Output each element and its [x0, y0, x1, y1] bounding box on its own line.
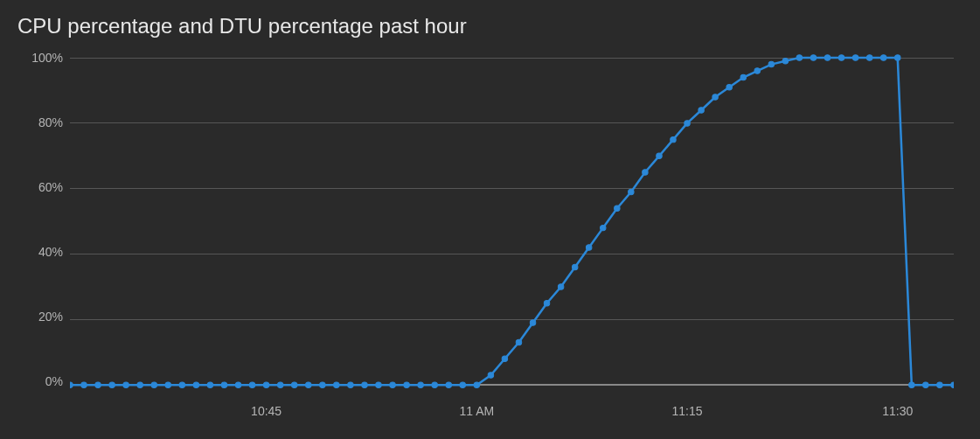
svg-point-24 [320, 382, 325, 387]
svg-point-46 [629, 189, 634, 194]
svg-point-21 [277, 382, 282, 387]
svg-point-25 [334, 382, 339, 387]
x-tick-label: 11:15 [672, 404, 703, 418]
svg-point-48 [657, 153, 662, 158]
y-tick-label: 40% [38, 245, 63, 259]
svg-point-49 [671, 136, 676, 142]
svg-point-58 [796, 55, 802, 60]
x-tick-label: 11:30 [882, 404, 913, 418]
y-tick-label: 100% [31, 51, 63, 65]
grid-lines [70, 58, 954, 319]
chart-title: CPU percentage and DTU percentage past h… [17, 14, 963, 38]
chart-svg [70, 49, 954, 402]
y-tick-label: 0% [45, 374, 63, 388]
svg-point-61 [838, 55, 844, 60]
x-axis: 10:4511 AM11:1511:30 [70, 399, 954, 422]
svg-point-62 [852, 55, 858, 60]
y-tick-label: 60% [38, 180, 63, 194]
chart-plot-area: 0%20%40%60%80%100% [70, 49, 954, 399]
svg-point-17 [221, 382, 226, 387]
svg-point-26 [348, 382, 353, 387]
svg-point-41 [558, 284, 563, 289]
svg-point-35 [474, 382, 479, 387]
svg-point-66 [909, 382, 914, 387]
svg-point-40 [544, 300, 549, 305]
svg-point-30 [404, 382, 409, 387]
svg-point-60 [824, 55, 830, 60]
svg-point-7 [81, 382, 87, 387]
svg-point-52 [712, 94, 718, 100]
svg-point-65 [895, 55, 900, 60]
svg-point-38 [516, 339, 521, 345]
metrics-chart-panel: CPU percentage and DTU percentage past h… [0, 0, 980, 439]
svg-point-28 [376, 382, 381, 387]
svg-point-54 [740, 74, 746, 80]
svg-point-6 [70, 382, 73, 387]
svg-point-43 [586, 245, 591, 250]
svg-point-36 [488, 373, 493, 378]
svg-point-34 [460, 382, 465, 387]
x-tick-label: 10:45 [251, 404, 281, 418]
svg-point-39 [530, 320, 535, 325]
svg-point-18 [235, 382, 240, 387]
svg-point-15 [193, 382, 198, 387]
svg-point-63 [866, 55, 872, 60]
svg-point-42 [572, 264, 577, 269]
svg-point-64 [880, 55, 886, 60]
svg-point-14 [179, 382, 184, 387]
series-line [70, 58, 954, 385]
svg-point-32 [432, 382, 437, 387]
svg-point-27 [362, 382, 367, 387]
svg-point-8 [95, 382, 101, 387]
svg-point-22 [291, 382, 296, 387]
svg-point-56 [768, 61, 774, 66]
y-tick-label: 80% [38, 115, 63, 129]
svg-point-68 [937, 382, 942, 387]
svg-point-53 [726, 85, 732, 90]
svg-point-23 [306, 382, 311, 387]
svg-point-44 [601, 225, 606, 230]
svg-point-45 [615, 206, 620, 211]
svg-point-31 [418, 382, 423, 387]
svg-point-69 [951, 382, 954, 387]
svg-point-67 [923, 382, 928, 387]
x-tick-label: 11 AM [459, 404, 494, 418]
svg-point-9 [109, 382, 115, 387]
svg-point-50 [685, 121, 690, 126]
svg-point-12 [151, 382, 156, 387]
svg-point-19 [249, 382, 254, 387]
svg-point-59 [810, 55, 816, 60]
svg-point-16 [207, 382, 212, 387]
svg-point-47 [643, 170, 648, 175]
svg-point-33 [446, 382, 451, 387]
svg-point-29 [390, 382, 395, 387]
svg-point-55 [754, 68, 760, 73]
svg-point-20 [263, 382, 268, 387]
y-tick-label: 20% [38, 310, 63, 324]
svg-point-37 [502, 356, 507, 361]
svg-point-57 [782, 59, 788, 64]
svg-point-13 [165, 382, 170, 387]
svg-point-11 [137, 382, 142, 387]
series-points [70, 55, 954, 388]
svg-point-51 [699, 108, 704, 113]
svg-point-10 [123, 382, 129, 387]
